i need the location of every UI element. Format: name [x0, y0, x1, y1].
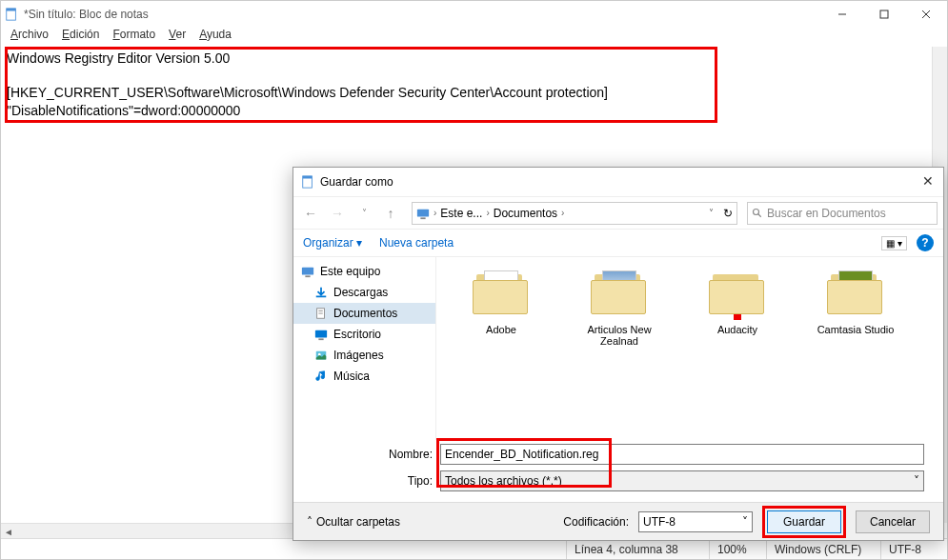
- dialog-fields: Nombre: Tipo: Todos los archivos (*.*) ˅: [293, 440, 943, 491]
- folder-icon: [589, 270, 650, 318]
- svg-rect-18: [318, 338, 323, 340]
- svg-rect-12: [302, 268, 313, 275]
- menu-format[interactable]: Formato: [112, 28, 155, 47]
- svg-rect-17: [315, 330, 327, 338]
- tree-item-desktop[interactable]: Escritorio: [293, 324, 435, 345]
- documents-icon: [314, 307, 328, 320]
- menu-edit[interactable]: Edición: [62, 28, 99, 47]
- music-icon: [314, 370, 328, 383]
- download-icon: [314, 286, 328, 299]
- new-folder-button[interactable]: Nueva carpeta: [379, 236, 454, 250]
- help-icon[interactable]: ?: [917, 234, 934, 251]
- notepad-textarea[interactable]: Windows Registry Editor Version 5.00 [HK…: [1, 47, 947, 124]
- refresh-icon[interactable]: ↻: [723, 207, 733, 220]
- tree-item-music[interactable]: Música: [293, 366, 435, 387]
- notepad-menubar: Archivo Edición Formato Ver Ayuda: [1, 28, 947, 47]
- save-as-dialog: Guardar como ✕ ← → ˅ ↑ › Este e... › Doc…: [292, 167, 944, 541]
- nav-back-button[interactable]: ←: [299, 202, 322, 225]
- encoding-label: Codificación:: [563, 515, 629, 529]
- status-eol: Windows (CRLF): [766, 539, 880, 559]
- organize-button[interactable]: Organizar ▾: [303, 236, 362, 250]
- chevron-up-icon: ˄: [307, 515, 313, 529]
- folder-item[interactable]: Audacity: [690, 267, 785, 430]
- folder-icon: [707, 270, 768, 318]
- filetype-dropdown[interactable]: Todos los archivos (*.*) ˅: [440, 470, 924, 491]
- svg-rect-3: [880, 10, 888, 18]
- close-button[interactable]: [905, 1, 947, 28]
- view-button[interactable]: ▦ ▾: [881, 236, 907, 250]
- notepad-icon: [5, 8, 18, 21]
- notepad-title: *Sin título: Bloc de notas: [24, 8, 149, 21]
- nav-up-button[interactable]: ↑: [379, 202, 402, 225]
- images-icon: [314, 349, 328, 362]
- tree-item-images[interactable]: Imágenes: [293, 345, 435, 366]
- nav-forward-button[interactable]: →: [326, 202, 349, 225]
- status-zoom: 100%: [709, 539, 766, 559]
- breadcrumb-item[interactable]: Este e...: [440, 207, 482, 220]
- search-icon: [752, 208, 763, 219]
- svg-rect-1: [7, 9, 16, 11]
- dialog-title: Guardar como: [320, 175, 393, 189]
- nav-recent-dropdown[interactable]: ˅: [353, 202, 375, 225]
- filetype-label: Tipo:: [379, 474, 433, 488]
- annotation-highlight: Guardar: [762, 506, 846, 538]
- folder-tree: Este equipo Descargas Documentos Escrito…: [293, 257, 436, 440]
- notepad-titlebar: *Sin título: Bloc de notas: [1, 1, 947, 28]
- chevron-down-icon: ˅: [914, 474, 919, 488]
- folder-icon: [825, 270, 886, 318]
- menu-help[interactable]: Ayuda: [199, 28, 232, 47]
- svg-point-10: [754, 209, 759, 214]
- folder-item[interactable]: Camtasia Studio: [808, 267, 903, 430]
- menu-view[interactable]: Ver: [169, 28, 186, 47]
- folder-item[interactable]: Articulos New Zealnad: [572, 267, 667, 430]
- menu-file[interactable]: Archivo: [10, 28, 49, 47]
- svg-rect-7: [303, 176, 313, 179]
- breadcrumb-dropdown-icon[interactable]: ˅: [709, 208, 714, 218]
- search-input[interactable]: Buscar en Documentos: [747, 202, 938, 225]
- minimize-button[interactable]: [821, 1, 863, 28]
- address-bar[interactable]: › Este e... › Documentos › ˅ ↻: [412, 202, 737, 225]
- pc-icon: [416, 207, 430, 220]
- scroll-left-icon[interactable]: ◄: [1, 524, 16, 539]
- encoding-dropdown[interactable]: UTF-8 ˅: [638, 511, 753, 532]
- pc-icon: [301, 265, 314, 278]
- tree-item-pc[interactable]: Este equipo: [293, 261, 435, 282]
- dialog-titlebar: Guardar como ✕: [293, 168, 943, 196]
- notepad-statusbar: Línea 4, columna 38 100% Windows (CRLF) …: [1, 538, 947, 559]
- dialog-navbar: ← → ˅ ↑ › Este e... › Documentos › ˅ ↻ B…: [293, 196, 943, 229]
- save-button[interactable]: Guardar: [767, 510, 841, 533]
- desktop-icon: [314, 328, 328, 341]
- dialog-footer: ˄ Ocultar carpetas Codificación: UTF-8 ˅…: [293, 502, 943, 540]
- svg-rect-13: [305, 275, 310, 277]
- dialog-close-button[interactable]: ✕: [918, 171, 938, 190]
- svg-rect-9: [420, 217, 425, 219]
- folder-item[interactable]: Adobe: [454, 267, 549, 430]
- filename-input[interactable]: [440, 444, 924, 465]
- chevron-down-icon: ˅: [742, 515, 748, 529]
- file-list[interactable]: Adobe Articulos New Zealnad Audacity Cam…: [436, 257, 943, 440]
- svg-line-11: [758, 213, 761, 216]
- svg-rect-8: [417, 209, 429, 216]
- dialog-toolbar: Organizar ▾ Nueva carpeta ▦ ▾ ?: [293, 229, 943, 257]
- search-placeholder: Buscar en Documentos: [767, 207, 886, 220]
- breadcrumb-item[interactable]: Documentos: [494, 207, 557, 220]
- filename-label: Nombre:: [379, 448, 433, 461]
- maximize-button[interactable]: [863, 1, 905, 28]
- notepad-icon: [301, 175, 314, 189]
- tree-item-documents[interactable]: Documentos: [293, 303, 435, 324]
- status-encoding: UTF-8: [880, 539, 947, 559]
- tree-item-downloads[interactable]: Descargas: [293, 282, 435, 303]
- status-position: Línea 4, columna 38: [566, 539, 709, 559]
- hide-folders-button[interactable]: ˄ Ocultar carpetas: [307, 515, 400, 529]
- folder-icon: [471, 270, 532, 318]
- cancel-button[interactable]: Cancelar: [856, 510, 930, 533]
